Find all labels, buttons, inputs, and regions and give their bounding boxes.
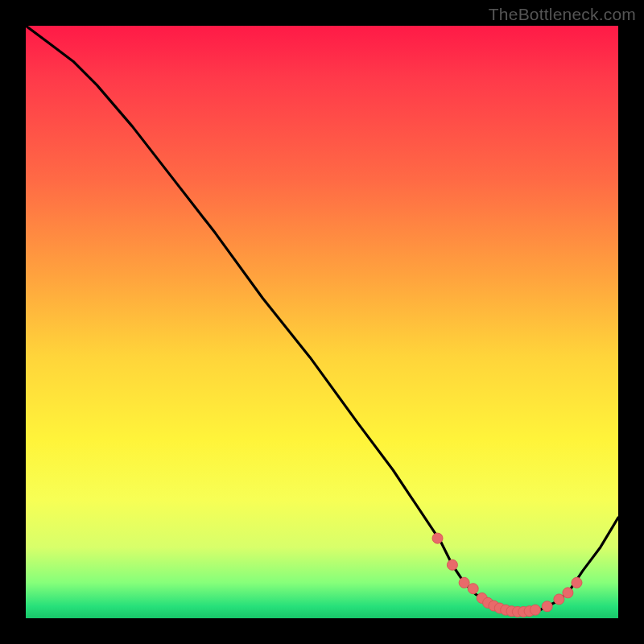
valley-marker (563, 588, 573, 598)
valley-marker (530, 605, 540, 615)
valley-marker (459, 577, 469, 588)
valley-marker (447, 559, 457, 570)
chart-frame: TheBottleneck.com (0, 0, 644, 644)
valley-marker (468, 584, 478, 594)
plot-area (26, 26, 618, 618)
curve-line (26, 26, 618, 613)
valley-marker (432, 533, 443, 543)
valley-marker (554, 594, 564, 605)
attribution-label: TheBottleneck.com (489, 5, 636, 24)
valley-marker (542, 601, 552, 612)
chart-svg (26, 26, 618, 618)
valley-marker (572, 577, 582, 588)
